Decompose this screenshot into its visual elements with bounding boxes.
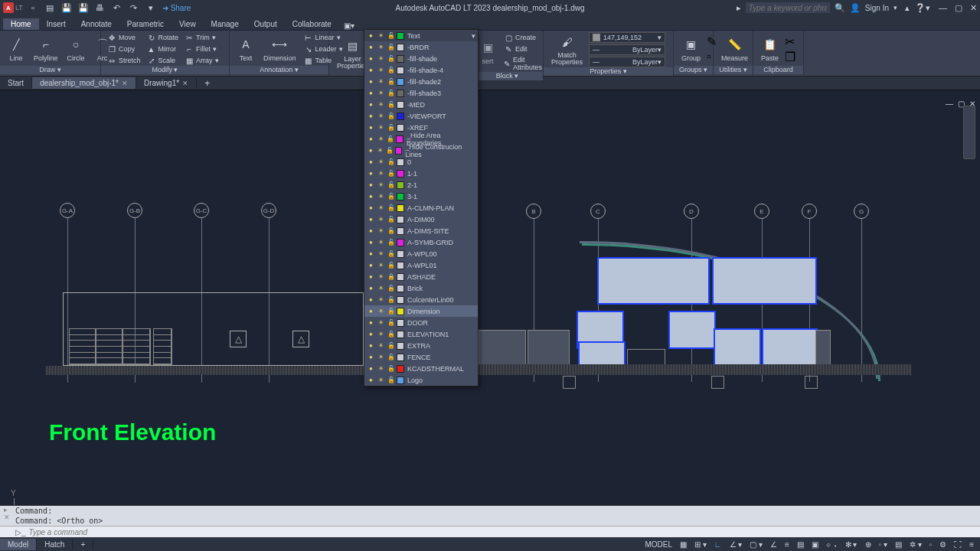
layer-freeze-icon[interactable]: ☀ [377, 192, 385, 201]
layer-on-icon[interactable]: ● [367, 77, 375, 86]
layer-freeze-icon[interactable]: ☀ [377, 204, 385, 212]
view-cube[interactable] [963, 106, 975, 159]
layer-color-swatch[interactable] [397, 354, 404, 361]
layer-lock-icon[interactable]: 🔓 [387, 77, 395, 86]
layer-freeze-icon[interactable]: ☀ [377, 123, 385, 132]
layer-dropdown-item[interactable]: ●☀🔒ASHADE [364, 271, 478, 282]
plot-icon[interactable]: 🖶 [95, 2, 106, 13]
app-icon[interactable]: A [3, 2, 14, 13]
layer-lock-icon[interactable]: 🔓 [387, 353, 395, 361]
layer-on-icon[interactable]: ● [367, 284, 375, 292]
layer-color-swatch[interactable] [397, 32, 404, 40]
layout-tab-hatch[interactable]: Hatch [37, 539, 73, 550]
clean-screen-icon[interactable]: ⛶ [952, 540, 963, 549]
polyline-button[interactable]: ⌐Polyline [31, 34, 61, 64]
layer-freeze-icon[interactable]: ☀ [377, 307, 385, 315]
mirror-button[interactable]: ▲Mirror [145, 44, 181, 54]
layer-lock-icon[interactable]: 🔓 [387, 54, 395, 63]
layer-freeze-icon[interactable]: ☀ [377, 238, 385, 246]
layer-lock-icon[interactable]: 🔓 [387, 123, 395, 132]
layer-on-icon[interactable]: ● [367, 307, 375, 315]
layer-freeze-icon[interactable]: ☀ [377, 169, 385, 178]
tab-more-icon[interactable]: ▣▾ [344, 21, 354, 30]
lw-toggle-icon[interactable]: ≡ [783, 540, 791, 549]
layer-color-swatch[interactable] [397, 112, 404, 120]
layer-dropdown[interactable]: ●☀🔓Text▾●☀🔓-BRDR●☀🔓-fill-shade●☀🔓-fill-s… [364, 29, 479, 386]
layer-color-swatch[interactable] [397, 285, 404, 292]
layer-lock-icon[interactable]: 🔓 [387, 89, 395, 97]
block-panel-label[interactable]: Block ▾ [472, 72, 543, 80]
snap-toggle-icon[interactable]: ⊞ ▾ [693, 540, 708, 549]
layer-freeze-icon[interactable]: ☀ [377, 272, 385, 281]
polar-toggle-icon[interactable]: ∠ ▾ [728, 540, 744, 549]
tab-doc-1[interactable]: dealership_mod_obj-1*✕ [32, 77, 136, 89]
fillet-button[interactable]: ⌐Fillet ▾ [183, 44, 220, 54]
layer-lock-icon[interactable]: 🔓 [387, 43, 395, 51]
layer-color-swatch[interactable] [397, 216, 404, 223]
layer-freeze-icon[interactable]: ☀ [376, 146, 384, 155]
layer-freeze-icon[interactable]: ☀ [377, 77, 385, 86]
layer-lock-icon[interactable]: 🔓 [387, 364, 395, 373]
tab-doc-1-close-icon[interactable]: ✕ [122, 80, 128, 87]
layer-on-icon[interactable]: ● [367, 135, 375, 143]
layer-on-icon[interactable]: ● [367, 353, 375, 361]
layer-color-swatch[interactable] [397, 377, 404, 384]
layer-dropdown-item[interactable]: ●☀🔓-fill-shade-4 [364, 64, 478, 76]
layer-lock-icon[interactable]: 🔓 [387, 204, 395, 212]
layer-lock-icon[interactable]: 🔓 [387, 238, 395, 246]
layer-color-swatch[interactable] [397, 365, 404, 373]
layer-on-icon[interactable]: ● [367, 54, 375, 63]
ortho-toggle-icon[interactable]: ∟ [713, 540, 724, 549]
layer-dropdown-item[interactable]: ●☀🔓1-1 [364, 168, 478, 179]
signin-caret[interactable]: ▾ [893, 4, 897, 11]
layer-freeze-icon[interactable]: ☀ [377, 376, 385, 384]
tab-insert[interactable]: Insert [39, 18, 74, 30]
lineweight-dropdown[interactable]: —ByLayer▾ [589, 44, 665, 55]
app-menu-icon[interactable]: ▴ [902, 2, 913, 13]
trim-button[interactable]: ✂Trim ▾ [183, 32, 220, 43]
layer-on-icon[interactable]: ● [367, 295, 375, 304]
layer-freeze-icon[interactable]: ☀ [377, 215, 385, 223]
utilities-panel-label[interactable]: Utilities ▾ [714, 66, 753, 74]
workspace-icon[interactable]: ✻ ▾ [844, 540, 859, 549]
keyword-search-input[interactable] [746, 2, 830, 13]
dimension-button[interactable]: ⟷Dimension [260, 34, 299, 64]
layer-on-icon[interactable]: ● [367, 249, 375, 258]
layer-dropdown-item[interactable]: ●☀🔓3-1 [364, 191, 478, 202]
grid-toggle-icon[interactable]: ▦ [678, 540, 688, 549]
layer-color-swatch[interactable] [397, 319, 404, 327]
line-button[interactable]: ╱Line [5, 34, 28, 64]
layer-color-swatch[interactable] [396, 135, 403, 143]
tab-output[interactable]: Output [247, 18, 285, 30]
layer-dropdown-item[interactable]: ●☀🔓A-DIMS-SITE [364, 225, 478, 236]
layer-on-icon[interactable]: ● [367, 169, 375, 178]
layer-freeze-icon[interactable]: ☀ [377, 284, 385, 292]
layer-color-swatch[interactable] [395, 147, 402, 155]
layer-freeze-icon[interactable]: ☀ [377, 135, 385, 143]
layer-lock-icon[interactable]: 🔓 [386, 135, 394, 143]
layer-on-icon[interactable]: ● [367, 89, 375, 97]
layer-dropdown-item[interactable]: ●☀🔓ELEVATION1 [364, 328, 478, 340]
linetype-dropdown[interactable]: —ByLayer▾ [589, 57, 665, 67]
layer-on-icon[interactable]: ● [367, 181, 375, 189]
layer-on-icon[interactable]: ● [367, 66, 375, 74]
stretch-button[interactable]: ⇔Stretch [106, 55, 142, 66]
layer-dropdown-item[interactable]: ●☀🔓A-WPL00 [364, 248, 478, 259]
layer-on-icon[interactable]: ● [367, 123, 375, 132]
layer-dropdown-item[interactable]: ●☀🔓-fill-shade3 [364, 87, 478, 99]
layer-freeze-icon[interactable]: ☀ [377, 353, 385, 361]
add-tab-button[interactable]: + [197, 77, 217, 90]
drawing-canvas[interactable]: — ▢ ✕ G-A G-B G-C G-D B C D E F G △ △ [0, 90, 980, 505]
layer-color-swatch[interactable] [397, 331, 404, 338]
layer-color-swatch[interactable] [397, 44, 404, 51]
layer-freeze-icon[interactable]: ☀ [377, 364, 385, 373]
move-button[interactable]: ✥Move [106, 32, 142, 43]
layer-dropdown-item[interactable]: ●☀🔓-MED [364, 99, 478, 110]
layer-color-swatch[interactable] [397, 55, 404, 63]
layer-color-swatch[interactable] [397, 170, 404, 178]
layer-dropdown-item[interactable]: ●☀🔓Dimension [364, 305, 478, 317]
signin-link[interactable]: Sign In [865, 4, 889, 12]
layer-color-swatch[interactable] [397, 296, 404, 304]
tab-doc-2-close-icon[interactable]: ✕ [182, 80, 188, 87]
layer-color-swatch[interactable] [397, 308, 404, 315]
